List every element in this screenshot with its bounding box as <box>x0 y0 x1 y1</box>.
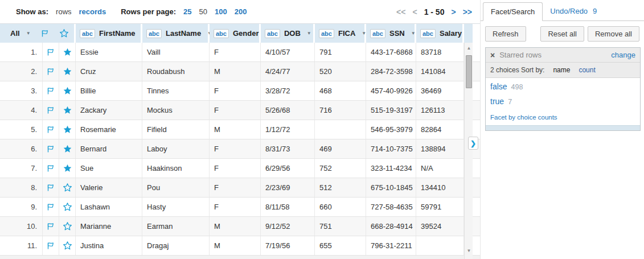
table-cell[interactable]: Bernard <box>76 139 142 158</box>
reset-all-button[interactable]: Reset all <box>540 26 584 42</box>
table-cell[interactable]: 443-17-6868 <box>366 43 416 61</box>
flag-icon[interactable] <box>43 236 59 255</box>
table-cell[interactable]: 668-28-4914 <box>366 217 416 236</box>
column-header-firstname[interactable]: abcFirstName▼ <box>76 24 142 43</box>
table-cell[interactable]: 546-95-3979 <box>366 120 416 139</box>
table-cell[interactable]: 1/12/72 <box>261 120 315 139</box>
table-cell[interactable]: Rosemarie <box>76 120 142 139</box>
view-option-rows[interactable]: rows <box>56 7 71 16</box>
flag-icon[interactable] <box>43 178 59 197</box>
table-cell[interactable]: 134410 <box>416 178 464 197</box>
flag-icon[interactable] <box>43 159 59 178</box>
table-cell[interactable]: 752 <box>315 159 366 178</box>
table-cell[interactable]: Justina <box>76 236 142 255</box>
table-cell[interactable]: 138894 <box>416 139 464 158</box>
table-cell[interactable]: Haakinson <box>142 159 210 178</box>
table-cell[interactable]: 469 <box>315 139 366 158</box>
table-cell[interactable]: F <box>210 43 261 61</box>
table-cell[interactable]: 727-58-4635 <box>366 198 416 216</box>
flag-icon[interactable] <box>43 81 59 100</box>
table-cell[interactable]: M <box>210 120 261 139</box>
table-cell[interactable]: 36469 <box>416 81 464 100</box>
table-cell[interactable]: 141084 <box>416 62 464 81</box>
table-cell[interactable]: Hasty <box>142 198 210 216</box>
facet-change-link[interactable]: change <box>611 51 635 59</box>
facet-by-choice-counts-link[interactable]: Facet by choice counts <box>486 113 640 125</box>
table-cell[interactable]: Essie <box>76 43 142 61</box>
table-cell[interactable]: Lashawn <box>76 198 142 216</box>
flag-icon[interactable] <box>43 43 59 61</box>
table-cell[interactable]: 675-10-1845 <box>366 178 416 197</box>
table-cell[interactable]: 796-31-2211 <box>366 236 416 255</box>
column-header-lastname[interactable]: abcLastName▼ <box>142 24 210 43</box>
table-cell[interactable]: 8/31/73 <box>261 139 315 158</box>
close-icon[interactable]: × <box>490 51 495 59</box>
table-cell[interactable]: Cruz <box>76 62 142 81</box>
star-icon[interactable] <box>59 236 76 255</box>
star-icon[interactable] <box>59 81 76 100</box>
table-cell[interactable]: Roudabush <box>142 62 210 81</box>
table-cell[interactable]: 4/24/77 <box>261 62 315 81</box>
tab-undo-redo[interactable]: Undo/Redo9 <box>550 7 597 15</box>
column-header-gender[interactable]: abcGender▼ <box>210 24 261 43</box>
column-header-salary[interactable]: abcSalary▼ <box>416 24 464 43</box>
table-cell[interactable]: 5/26/68 <box>261 101 315 120</box>
table-cell[interactable]: Fifield <box>142 120 210 139</box>
table-cell[interactable]: Marianne <box>76 217 142 236</box>
scroll-up-icon[interactable]: ▲ <box>465 44 473 52</box>
table-cell[interactable]: F <box>210 81 261 100</box>
table-cell[interactable]: Pou <box>142 178 210 197</box>
table-cell[interactable]: 716 <box>315 101 366 120</box>
table-cell[interactable]: Billie <box>76 81 142 100</box>
facet-choice-value[interactable]: false <box>490 82 507 91</box>
column-header-dob[interactable]: abcDOB▼ <box>261 24 315 43</box>
pagination-last[interactable]: >> <box>463 7 472 17</box>
sort-option-name[interactable]: name <box>553 66 570 74</box>
table-cell[interactable]: F <box>210 139 261 158</box>
table-cell[interactable]: M <box>210 217 261 236</box>
table-cell[interactable] <box>315 120 366 139</box>
scroll-down-icon[interactable]: ▼ <box>465 246 473 254</box>
table-cell[interactable]: Earman <box>142 217 210 236</box>
table-cell[interactable]: 39524 <box>416 217 464 236</box>
table-cell[interactable]: 714-10-7375 <box>366 139 416 158</box>
table-cell[interactable]: Sue <box>76 159 142 178</box>
flag-icon[interactable] <box>43 139 59 158</box>
table-cell[interactable]: 2/23/69 <box>261 178 315 197</box>
star-icon[interactable] <box>59 101 76 120</box>
vertical-scrollbar[interactable]: ▲ ▼ <box>464 43 473 259</box>
star-icon[interactable] <box>59 62 76 81</box>
table-cell[interactable]: Vaill <box>142 43 210 61</box>
table-cell[interactable]: F <box>210 178 261 197</box>
table-cell[interactable]: 59791 <box>416 198 464 216</box>
pagination-next[interactable]: > <box>451 7 456 17</box>
facet-choice-value[interactable]: true <box>490 97 504 106</box>
flag-icon[interactable] <box>43 120 59 139</box>
table-cell[interactable]: M <box>210 236 261 255</box>
table-cell[interactable]: Zackary <box>76 101 142 120</box>
star-icon[interactable] <box>59 159 76 178</box>
table-cell[interactable]: 655 <box>315 236 366 255</box>
table-cell[interactable]: 457-40-9926 <box>366 81 416 100</box>
flag-icon[interactable] <box>43 62 59 81</box>
table-cell[interactable]: Laboy <box>142 139 210 158</box>
page-size-200[interactable]: 200 <box>235 7 247 16</box>
tab-facet-search[interactable]: Facet/Search <box>483 2 543 21</box>
star-icon[interactable] <box>59 139 76 158</box>
pagination-previous[interactable]: < <box>412 7 417 17</box>
star-icon[interactable] <box>59 198 76 216</box>
star-icon[interactable] <box>59 43 76 61</box>
table-cell[interactable]: 126113 <box>416 101 464 120</box>
page-size-50[interactable]: 50 <box>199 7 207 16</box>
view-option-records[interactable]: records <box>79 7 106 16</box>
table-cell[interactable]: F <box>210 198 261 216</box>
table-cell[interactable]: M <box>210 62 261 81</box>
table-cell[interactable]: Dragaj <box>142 236 210 255</box>
column-header-fica[interactable]: abcFICA▼ <box>315 24 366 43</box>
table-cell[interactable]: 660 <box>315 198 366 216</box>
table-cell[interactable]: 512 <box>315 178 366 197</box>
expand-panel-button[interactable]: ❯ <box>468 137 478 150</box>
table-cell[interactable]: 284-72-3598 <box>366 62 416 81</box>
column-header-all[interactable]: All ▼ <box>0 24 76 43</box>
table-cell[interactable]: 520 <box>315 62 366 81</box>
